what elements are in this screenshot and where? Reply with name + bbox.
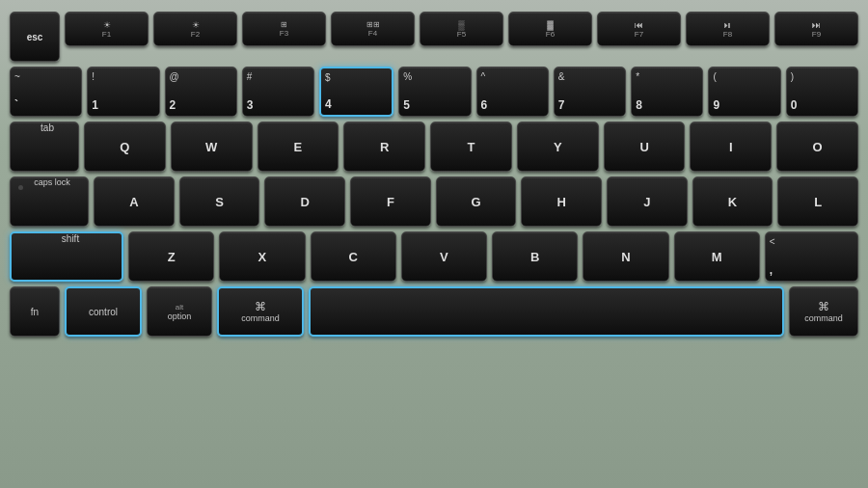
- key-i[interactable]: I: [690, 122, 772, 172]
- key-9[interactable]: ( 9: [708, 67, 780, 117]
- key-control[interactable]: control: [65, 286, 142, 337]
- key-f[interactable]: F: [350, 176, 431, 227]
- key-j[interactable]: J: [607, 176, 688, 227]
- key-f2[interactable]: ☀ F2: [153, 12, 237, 46]
- key-w[interactable]: W: [171, 122, 253, 172]
- key-3[interactable]: # 3: [242, 67, 314, 117]
- key-l[interactable]: L: [777, 176, 858, 227]
- key-4[interactable]: $ 4: [319, 67, 393, 117]
- key-shift-left[interactable]: shift: [10, 231, 123, 282]
- key-tilde[interactable]: ~ `: [10, 67, 82, 117]
- bottom-row: fn control alt option ⌘ command ⌘ comman…: [10, 286, 858, 337]
- key-h[interactable]: H: [521, 176, 602, 227]
- key-option[interactable]: alt option: [147, 286, 212, 337]
- key-x[interactable]: X: [219, 231, 305, 282]
- key-caps-lock[interactable]: caps lock: [10, 176, 89, 227]
- zxcv-row: shift Z X C V B N M < ,: [10, 231, 858, 282]
- key-e[interactable]: E: [258, 122, 339, 172]
- key-command-right[interactable]: ⌘ command: [789, 286, 858, 337]
- caps-lock-indicator: [18, 185, 23, 190]
- key-0[interactable]: ) 0: [786, 67, 858, 117]
- key-f5[interactable]: ▒ F5: [420, 12, 503, 46]
- key-f9[interactable]: ⏭ F9: [774, 12, 858, 46]
- key-o[interactable]: O: [776, 122, 858, 172]
- key-f6[interactable]: ▓ F6: [508, 12, 592, 46]
- key-5[interactable]: % 5: [398, 67, 471, 117]
- key-q[interactable]: Q: [84, 122, 166, 172]
- key-2[interactable]: @ 2: [165, 67, 237, 117]
- key-1[interactable]: ! 1: [87, 67, 159, 117]
- key-r[interactable]: R: [343, 122, 425, 172]
- key-comma[interactable]: < ,: [765, 231, 858, 282]
- key-b[interactable]: B: [492, 231, 578, 282]
- key-s[interactable]: S: [179, 176, 260, 227]
- key-a[interactable]: A: [94, 176, 175, 227]
- key-c[interactable]: C: [311, 231, 396, 282]
- number-row: ~ ` ! 1 @ 2 # 3 $ 4 % 5 ^ 6 & 7: [10, 67, 858, 117]
- key-tab[interactable]: tab: [10, 122, 79, 172]
- key-g[interactable]: G: [436, 176, 517, 227]
- key-d[interactable]: D: [264, 176, 345, 227]
- key-f1[interactable]: ☀ F1: [65, 12, 149, 46]
- qwerty-row: tab Q W E R T Y U I O: [10, 122, 858, 172]
- key-u[interactable]: U: [604, 122, 686, 172]
- key-f3[interactable]: ⊞ F3: [242, 12, 326, 46]
- function-key-row: esc ☀ F1 ☀ F2 ⊞ F3 ⊞⊞ F4 ▒ F5 ▓ F6 ⏮ F7: [10, 12, 858, 62]
- key-k[interactable]: K: [692, 176, 773, 227]
- keyboard: esc ☀ F1 ☀ F2 ⊞ F3 ⊞⊞ F4 ▒ F5 ▓ F6 ⏮ F7: [0, 0, 868, 488]
- key-spacebar[interactable]: [309, 286, 784, 337]
- key-m[interactable]: M: [674, 231, 760, 282]
- key-n[interactable]: N: [583, 231, 668, 282]
- asdf-row: caps lock A S D F G H J K L: [10, 176, 858, 227]
- key-7[interactable]: & 7: [554, 67, 626, 117]
- key-8[interactable]: * 8: [631, 67, 703, 117]
- key-f8[interactable]: ⏯ F8: [686, 12, 770, 46]
- key-z[interactable]: Z: [128, 231, 214, 282]
- key-fn[interactable]: fn: [10, 286, 60, 337]
- key-v[interactable]: V: [401, 231, 487, 282]
- key-esc[interactable]: esc: [10, 12, 60, 62]
- key-t[interactable]: T: [430, 122, 512, 172]
- key-6[interactable]: ^ 6: [476, 67, 549, 117]
- key-f4[interactable]: ⊞⊞ F4: [331, 12, 415, 46]
- key-command-left[interactable]: ⌘ command: [217, 286, 304, 337]
- key-f7[interactable]: ⏮ F7: [597, 12, 681, 46]
- key-y[interactable]: Y: [517, 122, 599, 172]
